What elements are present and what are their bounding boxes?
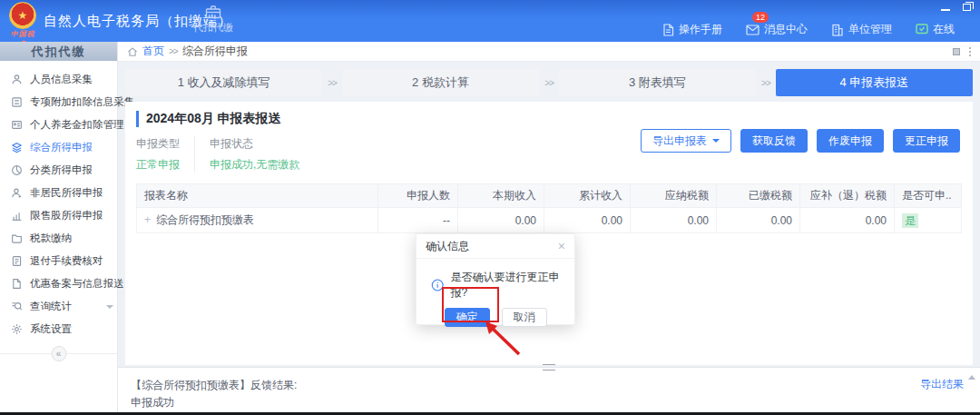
sidebar-item-refund-fee-check[interactable]: 退付手续费核对	[0, 250, 117, 272]
export-report-button[interactable]: 导出申报表	[641, 129, 731, 153]
folder-icon	[11, 232, 23, 244]
resize-handle[interactable]	[543, 364, 555, 371]
declare-status-label: 申报状态	[210, 136, 299, 152]
layers-icon	[11, 142, 23, 153]
step-2-tax-calc[interactable]: 2 税款计算	[342, 69, 539, 96]
feedback-value: 申报成功	[131, 394, 980, 411]
col-declarable: 是否可申..	[895, 184, 962, 208]
confirm-dialog: 确认信息 × 是否确认要进行更正申报? 确定 取消	[416, 233, 575, 325]
get-feedback-button[interactable]: 获取反馈	[740, 129, 808, 153]
online-status[interactable]: 在线	[916, 22, 955, 37]
col-tax-paid: 已缴税额	[717, 184, 800, 208]
step-nav: 1 收入及减除填写 >> 2 税款计算 >> 3 附表填写 >> 4 申报表报送	[125, 69, 973, 96]
user-icon	[11, 187, 23, 199]
minimize-icon[interactable]	[941, 9, 950, 11]
step-3-attachments[interactable]: 3 附表填写	[559, 69, 756, 96]
breadcrumb-current: 综合所得申报	[182, 44, 248, 59]
tab-withholding[interactable]: 代扣代缴	[186, 5, 240, 35]
tab-withholding-label: 代扣代缴	[193, 21, 233, 35]
void-declaration-button[interactable]: 作废申报	[817, 129, 884, 153]
step-separator: >>	[544, 78, 554, 88]
dialog-title: 确认信息	[426, 239, 469, 254]
step-separator: >>	[761, 78, 770, 88]
sidebar: 代扣代缴 人员信息采集 专项附加扣除信息采集 个人养老金扣除管理 综合所得申报 …	[0, 42, 118, 412]
sidebar-title: 代扣代缴	[0, 42, 117, 61]
dialog-header: 确认信息 ×	[416, 234, 574, 259]
col-total-income: 累计收入	[544, 184, 631, 208]
gear-icon	[11, 323, 23, 335]
top-header: ★ 中国税务 自然人电子税务局（扣缴端） 代扣代缴 操作手册 12	[0, 0, 980, 42]
declare-type-value: 正常申报	[136, 157, 180, 173]
tax-due-cell: 0.00	[800, 208, 895, 233]
page-title: 2024年08月 申报表报送	[136, 111, 962, 127]
total-income-cell: 0.00	[544, 208, 631, 233]
header-actions: 操作手册 12 消息中心 单位管理 在线	[662, 22, 955, 37]
window-controls	[941, 4, 971, 11]
step-4-submit[interactable]: 4 申报表报送	[776, 69, 973, 96]
restore-icon[interactable]	[963, 4, 971, 11]
col-tax-due: 应补（退）税额	[800, 184, 895, 208]
sidebar-item-query-statistics[interactable]: 查询统计	[0, 295, 117, 318]
unit-management-button[interactable]: 单位管理	[831, 22, 892, 37]
sidebar-item-comprehensive-income[interactable]: 综合所得申报	[0, 136, 117, 159]
correct-declaration-button[interactable]: 更正申报	[893, 129, 960, 153]
action-buttons: 导出申报表 获取反馈 作废申报 更正申报	[641, 129, 960, 153]
sidebar-item-special-deduction[interactable]: 专项附加扣除信息采集	[0, 91, 117, 114]
col-people-count: 申报人数	[378, 184, 458, 208]
report-name-cell: +综合所得预扣预缴表	[137, 208, 378, 233]
sidebar-collapse-divider: «	[0, 353, 117, 354]
declare-status: 申报状态 申报成功,无需缴款	[194, 136, 314, 173]
people-count-cell: --	[378, 208, 458, 233]
briefcase-icon	[205, 5, 221, 19]
export-result-link[interactable]: 导出结果	[920, 377, 964, 392]
sidebar-item-classified-income[interactable]: 分类所得申报	[0, 159, 117, 182]
manual-button[interactable]: 操作手册	[662, 22, 722, 37]
app-window: ★ 中国税务 自然人电子税务局（扣缴端） 代扣代缴 操作手册 12	[0, 0, 980, 415]
unit-management-label: 单位管理	[848, 22, 892, 37]
declare-status-value: 申报成功,无需缴款	[210, 157, 299, 173]
sidebar-item-pension-deduction[interactable]: 个人养老金扣除管理	[0, 114, 117, 136]
tax-paid-cell: 0.00	[717, 208, 800, 233]
expand-row-icon[interactable]: +	[144, 213, 151, 226]
declare-type: 申报类型 正常申报	[136, 136, 194, 173]
list-icon	[11, 96, 23, 108]
home-icon	[127, 46, 138, 57]
file-icon	[11, 278, 23, 290]
building-icon	[831, 24, 844, 36]
sidebar-item-preferential-filing[interactable]: 优惠备案与信息报送	[0, 272, 117, 295]
status-badge: 是	[902, 213, 918, 228]
current-income-cell: 0.00	[458, 208, 544, 233]
sidebar-item-system-settings[interactable]: 系统设置	[0, 318, 117, 341]
online-check-icon	[916, 24, 928, 35]
step-1-income[interactable]: 1 收入及减除填写	[125, 69, 322, 96]
table-row[interactable]: +综合所得预扣预缴表 -- 0.00 0.00 0.00 0.00 0.00 是	[137, 208, 962, 233]
collapse-panel-icon[interactable]	[968, 375, 975, 380]
col-tax-payable: 应纳税额	[631, 184, 717, 208]
person-icon	[11, 74, 23, 85]
sidebar-collapse-button[interactable]: «	[51, 346, 66, 361]
sidebar-item-tax-payment[interactable]: 税款缴纳	[0, 227, 117, 250]
dialog-buttons: 确定 取消	[416, 308, 574, 327]
pie-chart-icon	[11, 164, 23, 176]
sidebar-item-personnel-info[interactable]: 人员信息采集	[0, 68, 117, 91]
more-options-icon[interactable]	[969, 47, 971, 56]
breadcrumb-home-link[interactable]: 首页	[142, 44, 164, 59]
message-center-button[interactable]: 12 消息中心	[746, 22, 808, 37]
dialog-message: 是否确认要进行更正申报?	[450, 270, 564, 301]
info-icon	[431, 278, 444, 292]
confirm-button[interactable]: 确定	[445, 308, 490, 327]
message-count-badge: 12	[752, 12, 769, 23]
sidebar-item-restricted-shares[interactable]: 限售股所得申报	[0, 204, 117, 227]
dialog-body: 是否确认要进行更正申报?	[416, 259, 574, 308]
feedback-text: 【综合所得预扣预缴表】反馈结果: 申报成功	[118, 368, 980, 411]
search-stats-icon	[11, 301, 23, 312]
message-center-label: 消息中心	[764, 22, 808, 37]
tax-payable-cell: 0.00	[631, 208, 717, 233]
close-icon[interactable]: ×	[558, 240, 565, 252]
manual-label: 操作手册	[679, 22, 722, 37]
cancel-button[interactable]: 取消	[502, 308, 547, 327]
document-icon	[662, 24, 674, 36]
sidebar-item-nonresident-income[interactable]: 非居民所得申报	[0, 182, 117, 204]
national-emblem-icon: ★	[9, 2, 36, 29]
panel-icon[interactable]	[953, 48, 960, 55]
